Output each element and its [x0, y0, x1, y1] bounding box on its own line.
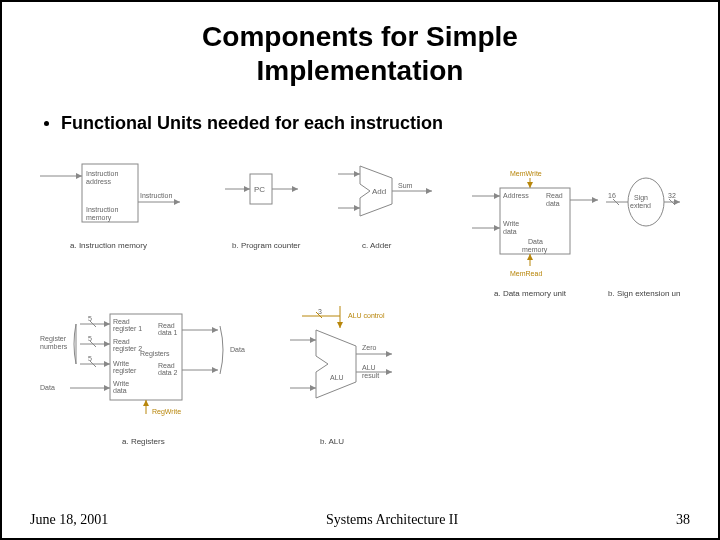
svg-text:Instruction: Instruction: [86, 170, 118, 177]
svg-text:address: address: [86, 178, 111, 185]
svg-marker-77: [104, 361, 110, 367]
svg-text:data: data: [546, 200, 560, 207]
title-line-2: Implementation: [257, 55, 464, 86]
svg-text:PC: PC: [254, 185, 265, 194]
svg-marker-41: [527, 254, 533, 260]
svg-marker-89: [143, 400, 149, 406]
program-counter-block: PC b. Program counter: [225, 174, 301, 250]
svg-text:numbers: numbers: [40, 343, 68, 350]
svg-marker-69: [104, 321, 110, 327]
svg-text:Sum: Sum: [398, 182, 413, 189]
caption-a3: a. Registers: [122, 437, 165, 446]
svg-text:Read: Read: [158, 362, 175, 369]
svg-text:register 1: register 1: [113, 325, 142, 333]
svg-text:Registers: Registers: [140, 350, 170, 358]
svg-marker-99: [310, 385, 316, 391]
svg-text:data: data: [503, 228, 517, 235]
svg-text:Instruction: Instruction: [86, 206, 118, 213]
memwrite-label: MemWrite: [510, 170, 542, 177]
svg-text:memory: memory: [522, 246, 548, 254]
svg-text:data 2: data 2: [158, 369, 178, 376]
svg-text:32: 32: [668, 192, 676, 199]
svg-text:Write: Write: [113, 360, 129, 367]
svg-text:Zero: Zero: [362, 344, 377, 351]
footer-date: June 18, 2001: [30, 512, 108, 528]
svg-text:memory: memory: [86, 214, 112, 222]
svg-marker-86: [212, 367, 218, 373]
svg-marker-13: [244, 186, 250, 192]
svg-text:register: register: [113, 367, 137, 375]
diagram-area: Instruction address Instruction memory I…: [40, 156, 680, 456]
svg-text:Read: Read: [546, 192, 563, 199]
svg-marker-8: [174, 199, 180, 205]
svg-marker-20: [354, 205, 360, 211]
slide: Components for Simple Implementation Fun…: [0, 0, 720, 540]
svg-text:Register: Register: [40, 335, 67, 343]
adder-block: Add Sum c. Adder: [338, 166, 432, 250]
svg-text:ALU: ALU: [330, 374, 344, 381]
alucontrol-label: ALU control: [348, 312, 385, 319]
svg-text:Sign: Sign: [634, 194, 648, 202]
caption-b2: b. Sign extension unit: [608, 289, 680, 298]
svg-marker-101: [386, 351, 392, 357]
registers-block: Register numbers Read register 1 Read re…: [40, 314, 245, 446]
svg-text:5: 5: [88, 315, 92, 322]
footer-page: 38: [676, 512, 690, 528]
svg-text:Data: Data: [230, 346, 245, 353]
slide-title: Components for Simple Implementation: [30, 20, 690, 87]
svg-marker-22: [426, 188, 432, 194]
svg-marker-18: [354, 171, 360, 177]
caption-a1: a. Instruction memory: [70, 241, 147, 250]
diagram-svg: Instruction address Instruction memory I…: [40, 156, 680, 456]
instruction-memory-block: Instruction address Instruction memory I…: [40, 164, 180, 250]
svg-text:Read: Read: [113, 338, 130, 345]
bullet-text: Functional Units needed for each instruc…: [61, 113, 443, 134]
bullet-item: Functional Units needed for each instruc…: [44, 113, 690, 134]
svg-marker-35: [494, 193, 500, 199]
bullet-icon: [44, 121, 49, 126]
svg-text:Instruction: Instruction: [140, 192, 172, 199]
svg-marker-84: [212, 327, 218, 333]
title-line-1: Components for Simple: [202, 21, 518, 52]
caption-b1: b. Program counter: [232, 241, 301, 250]
footer-title: Systems Architecture II: [326, 512, 458, 528]
svg-marker-6: [76, 173, 82, 179]
svg-marker-104: [386, 369, 392, 375]
svg-text:5: 5: [88, 355, 92, 362]
memread-label: MemRead: [510, 270, 542, 277]
svg-text:ALU: ALU: [362, 364, 376, 371]
svg-marker-25: [527, 182, 533, 188]
svg-text:Read: Read: [113, 318, 130, 325]
svg-text:data 1: data 1: [158, 329, 178, 336]
svg-marker-73: [104, 341, 110, 347]
svg-text:data: data: [113, 387, 127, 394]
svg-marker-49: [674, 199, 680, 205]
svg-text:Read: Read: [158, 322, 175, 329]
alu-block: 3 ALU control ALU Zero ALU result b. ALU: [290, 306, 392, 446]
svg-text:Add: Add: [372, 187, 386, 196]
svg-text:Address: Address: [503, 192, 529, 199]
svg-text:Data: Data: [40, 384, 55, 391]
svg-text:5: 5: [88, 335, 92, 342]
svg-text:Data: Data: [528, 238, 543, 245]
svg-marker-97: [310, 337, 316, 343]
svg-text:extend: extend: [630, 202, 651, 209]
sign-extend-block: Sign extend 16 32 b. Sign extension unit: [606, 178, 680, 298]
svg-marker-39: [592, 197, 598, 203]
svg-text:register 2: register 2: [113, 345, 142, 353]
footer: June 18, 2001 Systems Architecture II 38: [30, 512, 690, 528]
svg-marker-81: [104, 385, 110, 391]
regwrite-label: RegWrite: [152, 408, 181, 416]
svg-marker-15: [292, 186, 298, 192]
caption-a2: a. Data memory unit: [494, 289, 567, 298]
caption-c: c. Adder: [362, 241, 392, 250]
svg-marker-37: [494, 225, 500, 231]
caption-b3: b. ALU: [320, 437, 344, 446]
data-memory-block: MemWrite Address Read data Write data Da…: [472, 170, 598, 298]
svg-marker-94: [337, 322, 343, 328]
svg-text:Write: Write: [503, 220, 519, 227]
svg-text:Write: Write: [113, 380, 129, 387]
svg-text:result: result: [362, 372, 379, 379]
svg-text:16: 16: [608, 192, 616, 199]
